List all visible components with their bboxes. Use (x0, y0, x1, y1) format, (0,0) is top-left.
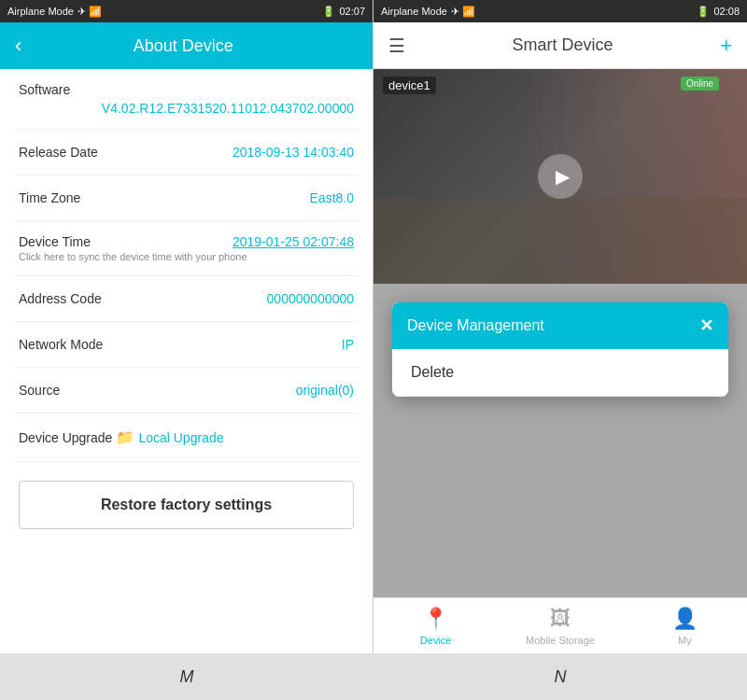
camera-view: device1 Online (374, 69, 747, 284)
status-bar-m: Airplane Mode ✈ 📶 🔋 02:07 (0, 0, 373, 22)
airplane-mode-label-m: Airplane Mode (7, 6, 74, 17)
screen-m: Airplane Mode ✈ 📶 🔋 02:07 ‹ About Device… (0, 0, 374, 653)
device-label: device1 (383, 77, 436, 94)
menu-icon[interactable]: ☰ (388, 35, 405, 57)
label-m: M (0, 667, 374, 687)
device-management-dialog: Device Management ✕ Delete (392, 302, 728, 397)
bottom-nav: 📍 Device 🖼 Mobile Storage 👤 My (374, 597, 747, 653)
device-nav-icon: 📍 (423, 607, 448, 631)
status-bar-n: Airplane Mode ✈ 📶 🔋 02:08 (374, 0, 747, 22)
delete-item[interactable]: Delete (392, 349, 728, 397)
local-upgrade-link[interactable]: Local Upgrade (138, 430, 223, 445)
nav-item-mobile-storage[interactable]: 🖼 Mobile Storage (498, 607, 622, 646)
label-source: Source (19, 383, 60, 398)
camera-table-decoration (374, 198, 747, 284)
value-software: V4.02.R12.E7331520.11012.043702.00000 (19, 101, 354, 116)
my-nav-icon: 👤 (672, 607, 698, 631)
page-title-n: Smart Device (513, 35, 613, 55)
label-n: N (374, 667, 747, 687)
time-m: 02:07 (339, 6, 365, 17)
value-source: original(0) (296, 383, 354, 398)
status-bar-right-m: 🔋 02:07 (322, 6, 365, 18)
label-time-zone: Time Zone (19, 190, 80, 205)
battery-n: 🔋 (697, 6, 710, 18)
row-source: Source original(0) (15, 368, 358, 413)
my-nav-label: My (678, 635, 692, 646)
signal-icons-n: ✈ 📶 (451, 6, 475, 18)
airplane-mode-label-n: Airplane Mode (381, 6, 447, 17)
row-time-zone: Time Zone East8.0 (15, 175, 358, 221)
label-software: Software (19, 82, 354, 97)
modal-title: Device Management (407, 317, 544, 334)
value-address-code: 000000000000 (267, 291, 354, 306)
close-dialog-button[interactable]: ✕ (699, 315, 713, 336)
row-device-upgrade: Device Upgrade 📁 Local Upgrade (15, 413, 358, 462)
content-m: Software V4.02.R12.E7331520.11012.043702… (0, 69, 373, 653)
screen-n: Airplane Mode ✈ 📶 🔋 02:08 ☰ Smart Device… (374, 0, 747, 653)
row-software: Software V4.02.R12.E7331520.11012.043702… (15, 69, 358, 130)
header-m: ‹ About Device (0, 22, 373, 69)
restore-section: Restore factory settings (15, 462, 358, 548)
add-device-button[interactable]: + (720, 34, 732, 58)
time-n: 02:08 (713, 6, 740, 17)
device-nav-label: Device (420, 635, 452, 646)
battery-m: 🔋 (322, 6, 335, 18)
modal-overlay: Device Management ✕ Delete (374, 284, 747, 597)
label-network-mode: Network Mode (19, 337, 103, 352)
page-title-m: About Device (36, 36, 330, 56)
nav-item-device[interactable]: 📍 Device (374, 607, 498, 646)
value-device-time[interactable]: 2019-01-25 02:07:48 (233, 234, 354, 249)
folder-icon: 📁 (116, 428, 134, 446)
restore-factory-button[interactable]: Restore factory settings (19, 481, 354, 529)
row-address-code: Address Code 000000000000 (15, 276, 358, 322)
value-time-zone: East8.0 (310, 190, 354, 205)
status-bar-left-n: Airplane Mode ✈ 📶 (381, 6, 475, 18)
row-device-time[interactable]: Device Time 2019-01-25 02:07:48 Click he… (15, 221, 358, 276)
nav-item-my[interactable]: 👤 My (623, 607, 747, 646)
device-time-sublabel: Click here to sync the device time with … (19, 251, 354, 262)
value-release-date: 2018-09-13 14:03:40 (233, 145, 354, 160)
online-badge: Online (681, 77, 719, 91)
status-bar-left-m: Airplane Mode ✈ 📶 (7, 6, 102, 18)
row-network-mode: Network Mode IP (15, 322, 358, 368)
label-device-upgrade: Device Upgrade (19, 430, 112, 445)
mobile-storage-nav-icon: 🖼 (550, 607, 571, 631)
modal-body: Delete (392, 349, 728, 397)
modal-header: Device Management ✕ (392, 302, 728, 349)
signal-icons-m: ✈ 📶 (78, 6, 102, 18)
back-button[interactable]: ‹ (15, 34, 21, 58)
screen-labels: M N (0, 653, 747, 700)
header-n: ☰ Smart Device + (374, 22, 747, 69)
value-network-mode: IP (342, 337, 354, 352)
status-bar-right-n: 🔋 02:08 (697, 6, 740, 18)
play-button[interactable] (538, 154, 583, 199)
label-release-date: Release Date (19, 145, 98, 160)
mobile-storage-nav-label: Mobile Storage (526, 635, 595, 646)
label-device-time: Device Time (19, 234, 91, 249)
label-address-code: Address Code (19, 291, 102, 306)
row-release-date: Release Date 2018-09-13 14:03:40 (15, 130, 358, 175)
